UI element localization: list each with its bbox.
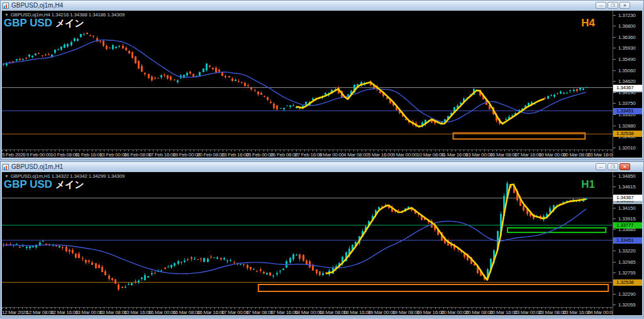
time-tick-label: 20 Mar 00:00 — [441, 310, 469, 315]
candlestick-chart-h1[interactable]: ▼ GBPUSD,oj1m,H1 1.34322 1.34342 1.34299… — [2, 172, 613, 307]
time-tick-label: 11 Mar 16:00 — [441, 152, 468, 158]
time-tick-label: 18 Mar 00:00 — [295, 310, 323, 315]
price-tick-label: 1.34615 — [613, 184, 636, 190]
price-tick-label: 1.32055 — [613, 302, 636, 308]
chart-content: ▼ GBPUSD,oj1m,H1 1.34322 1.34342 1.34299… — [2, 172, 642, 315]
price-tick-label: 1.33915 — [613, 216, 636, 222]
candlestick-chart-h4[interactable]: ▼ GBPUSD,oj1m,H4 1.34216 1.34388 1.34186… — [2, 11, 613, 149]
window-titlebar[interactable]: GBPUSD,oj1m,H1 — [1, 162, 643, 171]
chart-file-icon — [3, 3, 9, 9]
time-tick-label: 16 Mar 08:00 — [490, 152, 518, 158]
chart-plot — [2, 11, 613, 149]
restore-button-icon[interactable] — [608, 2, 618, 9]
restore-button-icon[interactable] — [608, 163, 618, 170]
time-tick-label: 19 Feb 00:00 — [173, 152, 201, 158]
time-tick-label: 24 Mar 00:00 — [587, 310, 615, 315]
mt4-workspace: { "app": { "desktop_bg": "#a6bed9" }, "w… — [0, 0, 644, 319]
price-tick-label: 1.35930 — [613, 45, 636, 51]
time-tick-label: 4 Mar 08:00 — [343, 152, 368, 158]
time-tick-label: 12 Mar 08:00 — [26, 310, 54, 315]
time-tick-label: 5 Feb 2026 — [2, 152, 25, 158]
price-tick-label: 1.32755 — [613, 270, 636, 276]
chart-window-h1: GBPUSD,oj1m,H1 ▼ GBPUSD,oj1m,H1 1.34322 … — [0, 161, 644, 317]
window-title: GBPUSD,oj1m,H4 — [11, 2, 596, 9]
time-tick-label: 12 Mar 2026 — [2, 310, 28, 315]
close-button-icon[interactable] — [619, 163, 630, 170]
moving-average-line — [3, 40, 586, 122]
time-tick-label: 27 Feb 16:00 — [295, 152, 323, 158]
time-tick-label: 3 Mar 00:00 — [319, 152, 343, 158]
time-tick-label: 23 Mar 16:00 — [587, 152, 615, 158]
time-tick-label: 23 Feb 16:00 — [221, 152, 249, 158]
time-tick-label: 9 Feb 00:00 — [26, 152, 51, 158]
price-axis: 1.348501.346151.343801.341501.339151.336… — [613, 172, 642, 315]
price-level-label: 1.34367 — [613, 195, 642, 201]
chart-plot — [2, 172, 613, 307]
time-tick-label: 12 Mar 16:00 — [51, 310, 79, 315]
minimize-button-icon[interactable] — [596, 163, 606, 170]
main-label: メイン — [55, 18, 84, 28]
time-tick-label: 17 Feb 16:00 — [148, 152, 176, 158]
price-axis: 1.372301.368001.363601.359301.354901.350… — [613, 11, 642, 158]
price-tick-label: 1.32880 — [613, 123, 636, 129]
price-tick-label: 1.37230 — [613, 13, 636, 18]
time-tick-label: 19 Mar 16:00 — [417, 310, 445, 315]
candles — [3, 33, 587, 128]
time-tick-label: 16 Mar 00:00 — [148, 310, 176, 315]
time-tick-label: 23 Mar 08:00 — [538, 310, 566, 315]
time-axis: 5 Feb 20269 Feb 00:0010 Feb 08:0011 Feb … — [2, 149, 613, 158]
time-tick-label: 11 Feb 16:00 — [75, 152, 102, 158]
time-tick-label: 16 Mar 08:00 — [173, 310, 201, 315]
time-tick-label: 13 Mar 00:00 — [465, 152, 493, 158]
chart-content: ▼ GBPUSD,oj1m,H4 1.34216 1.34388 1.34186… — [2, 11, 642, 158]
chart-watermark-title: GBP USD メイン — [4, 178, 84, 191]
pair-label: GBP USD — [4, 17, 52, 29]
window-titlebar[interactable]: GBPUSD,oj1m,H4 — [1, 1, 643, 10]
timeframe-label: H4 — [581, 17, 595, 30]
price-tick-label: 1.34850 — [613, 173, 636, 179]
price-tick-label: 1.35490 — [613, 57, 636, 62]
chevron-down-icon[interactable]: ▼ — [4, 174, 9, 178]
main-label: メイン — [55, 179, 84, 190]
time-tick-label: 25 Feb 00:00 — [246, 152, 274, 158]
time-axis: 12 Mar 202612 Mar 08:0012 Mar 16:0013 Ma… — [2, 307, 613, 315]
price-level-label: 1.34367 — [613, 85, 642, 91]
time-tick-label: 5 Mar 16:00 — [368, 152, 392, 158]
chart-file-icon — [3, 164, 9, 170]
price-tick-label: 1.36360 — [613, 35, 636, 40]
zone-rectangles — [258, 228, 608, 291]
price-tick-label: 1.32290 — [613, 291, 636, 297]
price-tick-label: 1.32985 — [613, 259, 636, 265]
chart-window-h4: GBPUSD,oj1m,H4 ▼ GBPUSD,oj1m,H4 1.34216 … — [0, 0, 644, 160]
time-tick-label: 20 Mar 16:00 — [490, 310, 518, 315]
time-tick-label: 17 Mar 08:00 — [246, 310, 274, 315]
price-level-label: 1.33777 — [613, 222, 642, 229]
minimize-button-icon[interactable] — [596, 2, 606, 9]
pair-label: GBP USD — [4, 178, 52, 190]
chevron-down-icon[interactable]: ▼ — [4, 13, 9, 17]
time-tick-label: 23 Mar 16:00 — [563, 310, 591, 315]
time-tick-label: 10 Feb 08:00 — [51, 152, 79, 158]
price-tick-label: 1.36800 — [613, 23, 636, 29]
price-level-label: 1.33451 — [613, 108, 642, 114]
price-level-label: 1.32538 — [613, 279, 642, 286]
time-tick-label: 20 Feb 08:00 — [197, 152, 225, 158]
time-tick-label: 23 Mar 00:00 — [514, 310, 542, 315]
fast-signal-line — [296, 82, 544, 127]
time-tick-label: 13 Mar 08:00 — [99, 310, 127, 315]
time-tick-label: 19 Mar 00:00 — [368, 310, 396, 315]
timeframe-label: H1 — [581, 178, 595, 191]
time-tick-label: 17 Mar 00:00 — [221, 310, 249, 315]
time-tick-label: 18 Mar 16:00 — [343, 310, 371, 315]
close-button-icon[interactable] — [619, 2, 630, 9]
time-tick-label: 20 Mar 08:00 — [563, 152, 591, 158]
time-tick-label: 26 Feb 08:00 — [270, 152, 298, 158]
time-tick-label: 18 Mar 08:00 — [319, 310, 347, 315]
time-tick-label: 19 Mar 00:00 — [538, 152, 566, 158]
time-tick-label: 13 Mar 00:00 — [75, 310, 103, 315]
chart-watermark-title: GBP USD メイン — [4, 17, 84, 30]
time-tick-label: 16 Mar 16:00 — [197, 310, 225, 315]
time-tick-label: 17 Mar 16:00 — [514, 152, 542, 158]
price-tick-label: 1.32010 — [613, 145, 636, 151]
time-tick-label: 20 Mar 08:00 — [465, 310, 493, 315]
